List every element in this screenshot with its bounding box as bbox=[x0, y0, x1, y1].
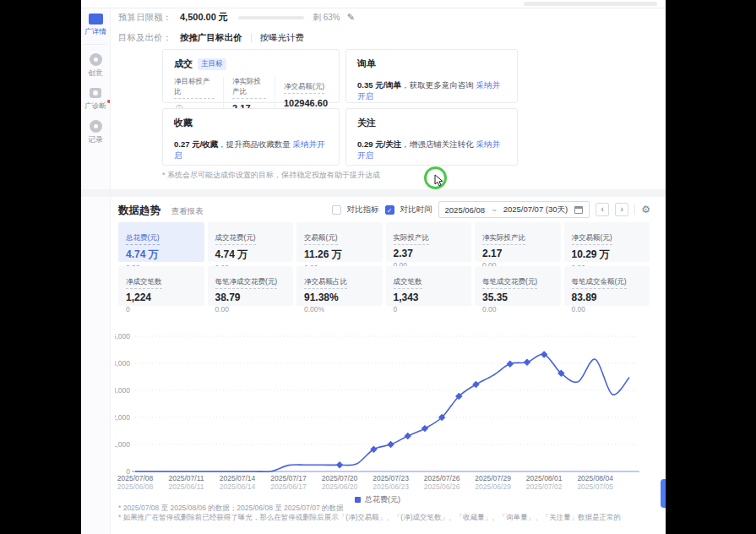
goal-title: 收藏 bbox=[174, 117, 193, 129]
metric-card-total-cost[interactable]: 总花费(元)4.74 万0.00 bbox=[118, 222, 204, 262]
goal-card-favorite: 收藏 0.27 元/收藏，提升商品收藏数量 采纳并开启 bbox=[162, 108, 340, 166]
sidebar-item-label: 广详情 bbox=[81, 27, 110, 37]
diagnosis-icon bbox=[90, 88, 101, 98]
x-tick-label-secondary: 2025/06/20 bbox=[322, 482, 358, 491]
primary-goal-badge: 主目标 bbox=[198, 58, 226, 70]
trend-chart: 01,0002,0003,0004,0005,0002025/07/082025… bbox=[115, 328, 640, 492]
sidebar-item-records[interactable]: 记录 bbox=[81, 120, 110, 145]
controls-divider bbox=[634, 204, 635, 215]
y-tick-label: 2,000 bbox=[115, 413, 130, 422]
goal-title: 询单 bbox=[357, 57, 376, 70]
data-point-marker bbox=[387, 441, 394, 448]
calendar-icon bbox=[574, 206, 583, 214]
metric-label: 净目标投产比 bbox=[174, 77, 215, 99]
mini-sidebar: 广详情 创意 广诊断 记录 bbox=[81, 9, 111, 534]
budget-progress bbox=[238, 16, 304, 19]
data-point-marker bbox=[472, 381, 479, 388]
metric-card-net-gmv[interactable]: 净交易额(元)10.29 万0.00 bbox=[564, 222, 650, 262]
date-range-picker[interactable]: 2025/06/08 ~ 2025/07/07 (30天) bbox=[438, 201, 590, 218]
x-tick-label-primary: 2025/08/04 bbox=[577, 474, 613, 482]
x-tick-label-secondary: 2025/06/08 bbox=[117, 482, 154, 491]
x-tick-label-primary: 2025/07/11 bbox=[169, 474, 204, 482]
budget-label: 预算日限额： bbox=[118, 12, 171, 24]
sidebar-item-creative[interactable]: 创意 bbox=[81, 53, 110, 79]
sidebar-item-label: 创意 bbox=[81, 68, 110, 79]
metric-label: 净实际投产比 bbox=[232, 77, 266, 99]
trend-metrics-grid: 总花费(元)4.74 万0.00 成交花费(元)4.74 万0.00 交易额(元… bbox=[118, 222, 650, 306]
date-end: 2025/07/07 (30天) bbox=[503, 204, 568, 215]
next-period-button[interactable]: › bbox=[615, 203, 628, 216]
compare-metric-label: 对比指标 bbox=[347, 204, 379, 215]
prev-period-button[interactable]: ‹ bbox=[596, 203, 609, 216]
x-tick-label-primary: 2025/07/29 bbox=[475, 474, 511, 482]
metric-card-orders[interactable]: 成交笔数1,3430 bbox=[386, 266, 472, 306]
x-tick-label-primary: 2025/07/26 bbox=[424, 474, 460, 482]
goal-title: 成交 bbox=[174, 57, 193, 70]
x-tick-label-primary: 2025/07/17 bbox=[270, 474, 307, 482]
tab-divider bbox=[251, 34, 252, 42]
metric-card-net-gmv-ratio[interactable]: 净交易额占比91.38%0.00% bbox=[296, 266, 383, 306]
chart-footnotes: * 2025/07/08 至 2025/08/06 的数据；2025/06/08… bbox=[118, 504, 649, 522]
metric-value: 102946.60 bbox=[284, 98, 328, 108]
creative-icon bbox=[90, 53, 102, 66]
metric-card-cost-per-order[interactable]: 每笔成交花费(元)35.350.00 bbox=[475, 266, 561, 306]
metric-card-deal-cost[interactable]: 成交花费(元)4.74 万0.00 bbox=[208, 222, 294, 262]
data-point-marker bbox=[507, 360, 514, 367]
metric-card-amount-per-order[interactable]: 每笔成交金额(元)83.890.00 bbox=[564, 266, 650, 306]
goal-desc: 0.29 元/关注，增强店铺关注转化 采纳并开启 bbox=[357, 139, 506, 161]
settings-icon[interactable]: ⚙ bbox=[641, 204, 650, 215]
x-tick-label-secondary: 2025/06/26 bbox=[424, 482, 460, 491]
trend-line bbox=[135, 354, 629, 471]
metric-card-cost-per-net-order[interactable]: 每笔净成交花费(元)38.790.00 bbox=[208, 266, 294, 306]
footnote-date-ranges: * 2025/07/08 至 2025/08/06 的数据；2025/06/08… bbox=[118, 504, 649, 513]
sidebar-item-diagnosis[interactable]: 广诊断 bbox=[81, 88, 110, 112]
tab-bid-by-goal[interactable]: 按推广目标出价 bbox=[180, 32, 242, 44]
budget-remaining: 剩 63% bbox=[313, 12, 340, 24]
y-tick-label: 4,000 bbox=[115, 359, 130, 368]
compare-metric-checkbox[interactable] bbox=[332, 205, 341, 215]
budget-row: 预算日限额： 4,500.00 元 剩 63% ✎ bbox=[118, 11, 355, 24]
data-point-marker bbox=[524, 358, 530, 365]
metric-card-gmv[interactable]: 交易额(元)11.26 万0.00 bbox=[296, 222, 383, 262]
bidding-row: 目标及出价： 按推广目标出价 按曝光计费 bbox=[118, 32, 304, 44]
campaign-detail-icon bbox=[89, 14, 103, 25]
sidebar-item-label: 记录 bbox=[81, 135, 110, 145]
x-tick-label-secondary: 2025/06/14 bbox=[220, 482, 256, 491]
date-separator: ~ bbox=[492, 205, 497, 215]
x-tick-label-primary: 2025/07/23 bbox=[373, 474, 409, 482]
data-point-marker bbox=[405, 433, 411, 439]
compare-time-checkbox[interactable]: ✓ bbox=[385, 205, 394, 215]
metric-card-net-orders[interactable]: 净成交笔数1,2240 bbox=[118, 266, 204, 306]
data-point-marker bbox=[422, 425, 428, 432]
goal-title: 关注 bbox=[357, 117, 376, 129]
budget-value: 4,500.00 元 bbox=[180, 11, 228, 24]
metric-card-roi[interactable]: 实际投产比2.370.00 bbox=[386, 222, 472, 262]
trend-header: 数据趋势 查看报表 对比指标 ✓ 对比时间 2025/06/08 ~ 2025/… bbox=[118, 201, 650, 218]
metric-label: 净交易额(元) bbox=[284, 82, 324, 94]
x-tick-label-secondary: 2025/06/23 bbox=[373, 482, 409, 491]
side-drawer-handle[interactable] bbox=[661, 479, 666, 508]
y-tick-label: 1,000 bbox=[115, 440, 130, 449]
records-icon bbox=[90, 120, 102, 133]
date-start: 2025/06/08 bbox=[445, 205, 486, 215]
metric-card-net-roi[interactable]: 净实际投产比2.170.00 bbox=[475, 222, 561, 262]
x-tick-label-secondary: 2025/07/05 bbox=[577, 482, 613, 491]
x-tick-label-secondary: 2025/07/02 bbox=[526, 482, 563, 491]
view-report-link[interactable]: 查看报表 bbox=[171, 206, 203, 215]
goal-note: * 系统会尽可能达成你设置的目标，保持稳定投放有助于提升达成 bbox=[162, 170, 380, 181]
x-tick-label-secondary: 2025/06/11 bbox=[169, 482, 204, 491]
sidebar-divider bbox=[84, 44, 106, 45]
data-point-marker bbox=[541, 351, 547, 357]
data-point-marker bbox=[336, 461, 343, 468]
footnote-data-explanation: * 如果推广在暂停或删除前已经获得了曝光，那么在暂停或删除后展示「(净)交易额」… bbox=[118, 513, 649, 522]
y-tick-label: 5,000 bbox=[115, 332, 130, 341]
tab-bid-by-impression[interactable]: 按曝光计费 bbox=[260, 32, 305, 44]
horizontal-scrollbar[interactable] bbox=[524, 2, 657, 6]
x-tick-label-secondary: 2025/06/17 bbox=[270, 482, 307, 491]
x-tick-label-primary: 2025/07/20 bbox=[322, 474, 358, 482]
edit-budget-icon[interactable]: ✎ bbox=[347, 12, 355, 23]
section-divider bbox=[81, 189, 666, 197]
sidebar-item-detail[interactable]: 广详情 bbox=[81, 14, 110, 37]
goal-card-deal: 成交 主目标 净目标投产比ⓘ 2.45✎ 净实际投产比 2.17 净交易额(元)… bbox=[162, 49, 340, 103]
goal-card-follow: 关注 0.29 元/关注，增强店铺关注转化 采纳并开启 bbox=[345, 108, 518, 166]
